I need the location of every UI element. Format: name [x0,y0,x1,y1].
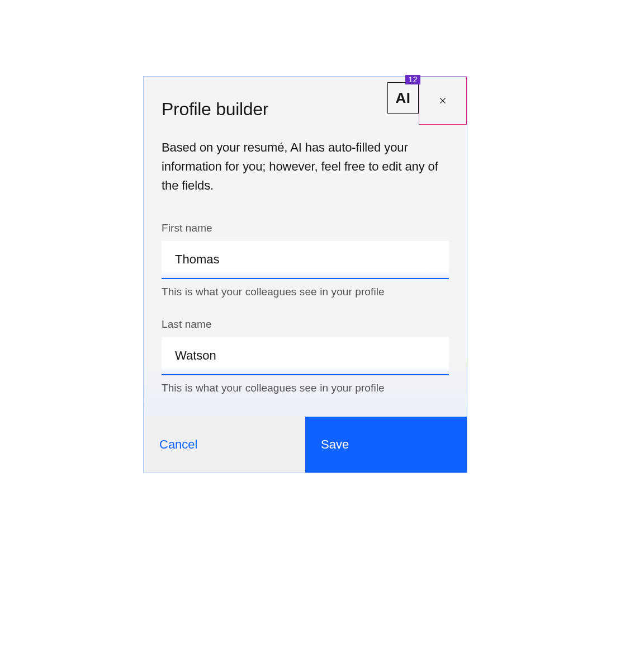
modal-body: Based on your resumé, AI has auto-filled… [144,125,467,417]
svg-marker-0 [440,98,446,103]
profile-builder-modal: Profile builder AI 12 Based on your resu… [143,76,467,473]
modal-header: Profile builder AI 12 [144,77,467,125]
last-name-input[interactable] [162,337,449,375]
ai-badge-count: 12 [405,75,420,84]
first-name-helper: This is what your colleagues see in your… [162,286,449,298]
modal-footer: Cancel Save [144,417,467,473]
header-actions: AI 12 [387,82,467,125]
save-button[interactable]: Save [305,417,467,473]
first-name-input[interactable] [162,241,449,279]
last-name-label: Last name [162,318,449,331]
close-icon [437,95,448,106]
ai-badge[interactable]: AI 12 [387,82,419,114]
first-name-label: First name [162,222,449,234]
close-button[interactable] [419,77,467,125]
last-name-field: Last name This is what your colleagues s… [162,318,449,394]
cancel-button[interactable]: Cancel [144,417,305,473]
first-name-field: First name This is what your colleagues … [162,222,449,298]
ai-badge-label: AI [396,89,411,107]
last-name-helper: This is what your colleagues see in your… [162,382,449,394]
modal-title: Profile builder [144,77,268,120]
modal-description: Based on your resumé, AI has auto-filled… [162,138,449,195]
